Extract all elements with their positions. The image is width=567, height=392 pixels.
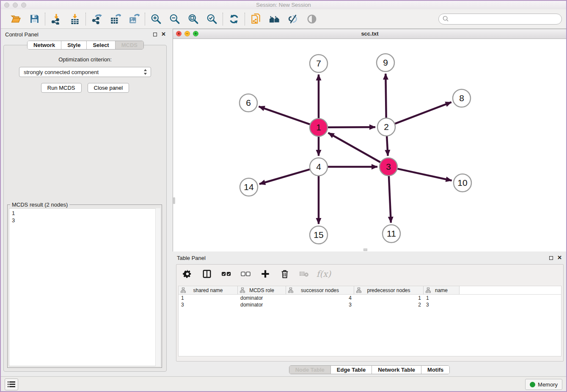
column-header-name[interactable]: name — [424, 286, 460, 294]
zoom-out-icon[interactable] — [169, 14, 180, 25]
graph-node-7[interactable]: 7 — [310, 55, 328, 72]
graph-edge-1-2[interactable] — [328, 127, 375, 127]
table-cell[interactable]: 3 — [424, 301, 460, 308]
network-window-titlebar[interactable]: × − + scc.txt — [173, 29, 567, 39]
graph-edge-4-14[interactable] — [259, 169, 310, 184]
table-row[interactable]: 3dominator323 — [179, 301, 561, 308]
graph-edge-2-3[interactable] — [387, 136, 388, 156]
network-view-window: × − + scc.txt 7968124314101511 — [173, 29, 567, 251]
mcds-result-item[interactable]: 1 — [12, 210, 157, 217]
zoom-fit-icon[interactable] — [188, 14, 199, 25]
graph-node-2[interactable]: 2 — [377, 118, 395, 136]
float-panel-icon[interactable] — [153, 33, 157, 36]
run-mcds-button[interactable]: Run MCDS — [41, 83, 82, 93]
tab-motifs[interactable]: Motifs — [421, 366, 449, 374]
graph-node-9[interactable]: 9 — [377, 54, 394, 72]
column-header-predecessor-nodes[interactable]: predecessor nodes — [354, 286, 424, 294]
tab-style[interactable]: Style — [61, 41, 87, 49]
table-cell[interactable]: 3 — [286, 301, 354, 308]
graph-node-3[interactable]: 3 — [380, 158, 397, 176]
table-cell[interactable]: 2 — [354, 301, 424, 308]
close-panel-button[interactable]: Close panel — [88, 83, 129, 93]
memory-button[interactable]: Memory — [525, 379, 562, 390]
fx-label: f(x) — [317, 269, 331, 279]
tab-select[interactable]: Select — [87, 41, 115, 49]
graph-node-10[interactable]: 10 — [454, 174, 471, 192]
graph-node-8[interactable]: 8 — [453, 89, 471, 107]
column-header-MCDS-role[interactable]: MCDS role — [238, 286, 286, 294]
zoom-in-icon[interactable] — [151, 14, 162, 25]
criterion-dropdown[interactable]: strongly connected component — [19, 67, 151, 77]
graph-edge-2-9[interactable] — [385, 74, 386, 118]
column-header-successor-nodes[interactable]: successor nodes — [286, 286, 354, 294]
gear-icon[interactable] — [182, 269, 193, 279]
search-input[interactable] — [451, 15, 558, 22]
export-table-icon[interactable] — [110, 14, 121, 25]
graph-edge-3-10[interactable] — [397, 169, 451, 181]
clone-network-icon[interactable] — [250, 14, 261, 25]
vertical-scrollbar-thumb[interactable] — [173, 197, 175, 204]
table-cell[interactable]: dominator — [238, 301, 286, 308]
float-table-panel-icon[interactable] — [549, 256, 553, 260]
tab-network[interactable]: Network — [28, 41, 61, 49]
graph-edge-1-6[interactable] — [259, 107, 310, 124]
hide-details-icon[interactable] — [288, 14, 299, 25]
tab-node-table[interactable]: Node Table — [289, 366, 331, 374]
table-cell[interactable]: 4 — [286, 295, 354, 301]
result-scrollbar[interactable] — [155, 208, 160, 366]
table-cell[interactable]: 1 — [354, 295, 424, 301]
tab-edge-table[interactable]: Edge Table — [331, 366, 372, 374]
table-cell[interactable]: 3 — [179, 301, 238, 308]
mcds-result-list[interactable]: 13 — [9, 208, 160, 366]
table-cell[interactable]: 1 — [424, 295, 460, 301]
home-layout-icon[interactable] — [269, 14, 280, 25]
task-history-button[interactable] — [5, 378, 18, 390]
svg-text:6: 6 — [246, 98, 251, 108]
column-header-shared-name[interactable]: shared name — [179, 286, 238, 294]
open-session-icon[interactable] — [10, 14, 21, 25]
graph-node-11[interactable]: 11 — [383, 225, 400, 243]
export-network-icon[interactable] — [91, 14, 102, 25]
graph-edge-3-11[interactable] — [389, 176, 391, 223]
delete-table-icon[interactable] — [299, 269, 309, 279]
list-icon — [8, 381, 15, 388]
delete-icon[interactable] — [280, 269, 290, 279]
graph-node-14[interactable]: 14 — [240, 178, 258, 196]
tab-mcds[interactable]: MCDS — [116, 41, 143, 49]
network-canvas[interactable]: 7968124314101511 — [173, 39, 567, 251]
tab-network-table[interactable]: Network Table — [372, 366, 421, 374]
node-table[interactable]: shared nameMCDS rolesuccessor nodesprede… — [178, 286, 561, 356]
show-details-icon[interactable] — [306, 14, 317, 25]
save-session-icon[interactable] — [29, 14, 40, 25]
svg-text:2: 2 — [384, 122, 389, 132]
refresh-icon[interactable] — [228, 14, 239, 25]
search-box[interactable] — [438, 14, 562, 25]
table-row[interactable]: 1dominator411 — [179, 295, 561, 301]
export-image-icon[interactable] — [129, 14, 140, 25]
select-all-icon[interactable] — [221, 269, 231, 279]
zoom-selected-icon[interactable] — [206, 14, 217, 25]
column-layout-icon[interactable] — [202, 269, 212, 279]
title-bar: Session: New Session — [1, 1, 566, 10]
mcds-result-item[interactable]: 3 — [12, 217, 157, 224]
close-table-panel-icon[interactable]: ✕ — [557, 256, 562, 260]
import-table-icon[interactable] — [69, 14, 80, 25]
close-panel-icon[interactable]: ✕ — [161, 32, 166, 36]
table-tabs: Node TableEdge TableNetwork TableMotifs — [289, 365, 450, 374]
graph-node-1[interactable]: 1 — [310, 119, 328, 136]
table-body: 1dominator4113dominator323 — [179, 295, 561, 308]
graph-edge-2-8[interactable] — [395, 102, 451, 124]
graph-node-15[interactable]: 15 — [310, 226, 328, 244]
deselect-all-icon[interactable] — [241, 269, 251, 279]
add-column-icon[interactable] — [260, 269, 270, 279]
import-network-icon[interactable] — [51, 14, 62, 25]
node-table-container: f(x) shared nameMCDS rolesuccessor nodes… — [176, 264, 564, 362]
horizontal-scrollbar-thumb[interactable] — [363, 248, 367, 251]
graph-node-6[interactable]: 6 — [239, 94, 257, 112]
criterion-value: strongly connected component — [24, 69, 99, 75]
table-cell[interactable]: 1 — [179, 295, 238, 301]
graph-edge-3-1[interactable] — [328, 133, 380, 162]
mcds-result-box: MCDS result (2 nodes) 13 — [7, 204, 162, 368]
table-cell[interactable]: dominator — [238, 295, 286, 301]
graph-node-4[interactable]: 4 — [310, 158, 328, 176]
